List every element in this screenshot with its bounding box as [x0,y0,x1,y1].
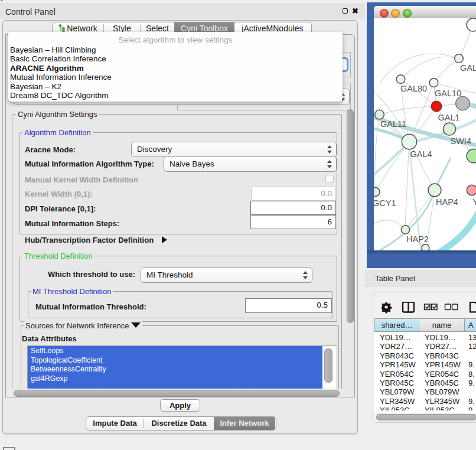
svg-text:GAL1: GAL1 [438,113,460,122]
svg-text:GAL11: GAL11 [380,119,406,129]
svg-text:HAP4: HAP4 [436,197,458,207]
svg-text:GAL4: GAL4 [410,149,432,159]
svg-text:YJ: YJ [472,197,476,207]
svg-text:GAL10: GAL10 [435,89,461,98]
svg-text:GCY1: GCY1 [374,198,396,208]
svg-text:GAL80: GAL80 [460,63,476,73]
svg-text:GAL80: GAL80 [400,84,427,93]
svg-text:HAP2: HAP2 [406,234,429,244]
svg-text:SWI4: SWI4 [451,136,471,146]
